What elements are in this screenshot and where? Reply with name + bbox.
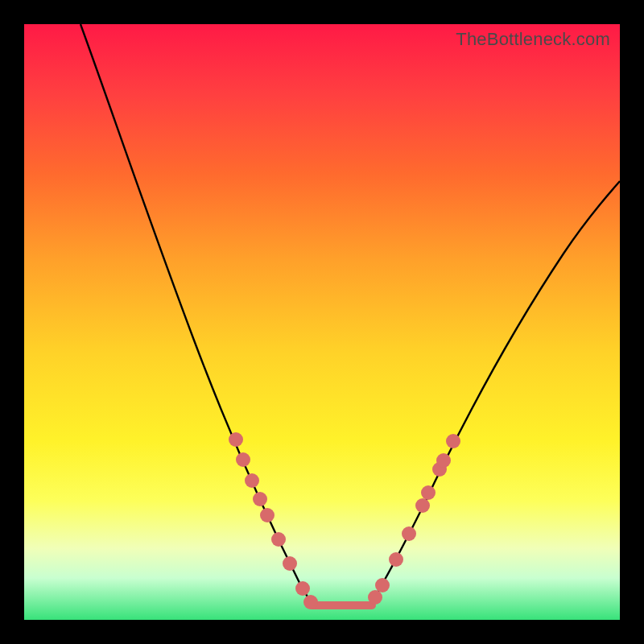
- dot: [295, 581, 310, 596]
- dot: [271, 532, 286, 547]
- dot: [421, 485, 436, 500]
- dot: [375, 578, 390, 592]
- chart-gradient-area: TheBottleneck.com: [24, 24, 620, 620]
- dot: [229, 432, 243, 447]
- v-curve-left: [80, 24, 314, 604]
- right-dot-cluster: [368, 434, 460, 605]
- dot: [402, 526, 416, 541]
- dot: [436, 453, 451, 468]
- dot: [389, 552, 403, 567]
- dot: [368, 590, 382, 605]
- dot: [446, 434, 460, 448]
- dot: [245, 473, 259, 488]
- dot: [415, 498, 430, 513]
- dot: [236, 452, 250, 467]
- chart-svg: [24, 24, 620, 620]
- left-dot-cluster: [229, 432, 318, 609]
- dot: [260, 508, 275, 522]
- dot: [253, 492, 267, 506]
- dot: [303, 595, 318, 609]
- watermark-text: TheBottleneck.com: [456, 29, 610, 50]
- dot: [283, 556, 297, 571]
